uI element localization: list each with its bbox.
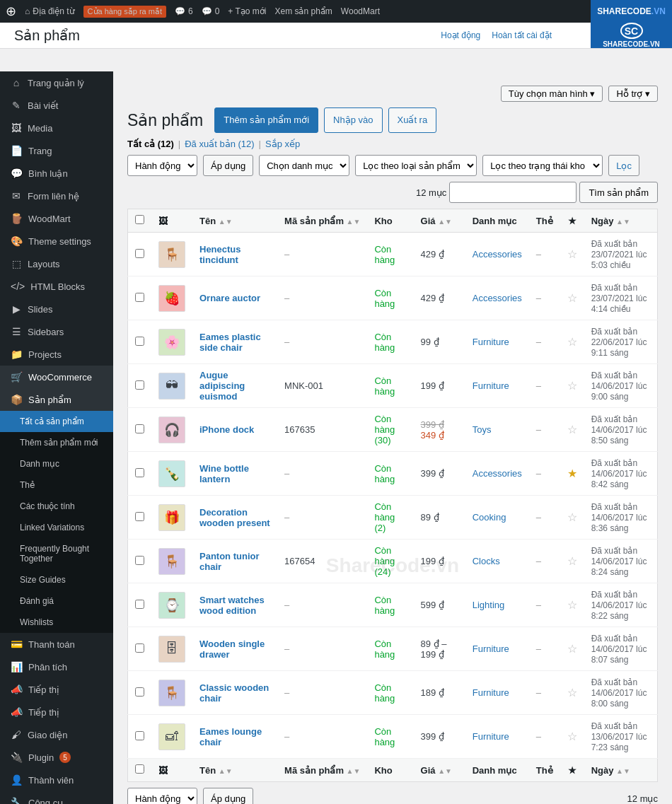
adminbar-site[interactable]: ⌂ Địa điện từ <box>25 6 75 16</box>
product-name-link[interactable]: Wine bottle lantern <box>199 463 249 484</box>
bulk-apply-button[interactable]: Áp dụng <box>203 155 253 176</box>
screen-options-button[interactable]: Tùy chọn màn hình ▾ <box>501 86 603 102</box>
subsubsub-all[interactable]: Tất cả (12) <box>127 139 174 149</box>
subsubsub-published-link[interactable]: Đã xuất bản (12) <box>185 139 254 149</box>
product-name-link[interactable]: Ornare auctor <box>199 293 260 303</box>
category-filter-select[interactable]: Chọn danh mục <box>259 155 349 176</box>
product-category-link[interactable]: Cooking <box>473 512 506 523</box>
star-icon[interactable]: ★ <box>567 467 577 479</box>
row-checkbox[interactable] <box>135 512 144 521</box>
adminbar-messages[interactable]: 💬 0 <box>202 6 220 16</box>
product-name-link[interactable]: Decoration wooden present <box>199 507 270 528</box>
sidebar-item-media[interactable]: 🖼 Media <box>0 117 113 139</box>
submenu-linked-variations[interactable]: Linked Variations <box>0 517 113 538</box>
star-outline-icon[interactable]: ☆ <box>567 687 577 699</box>
export-button[interactable]: Xuất ra <box>388 107 437 133</box>
col-foot-name[interactable]: Tên ▲▼ <box>192 759 277 782</box>
sidebar-item-tiep-thi-2[interactable]: 📣 Tiếp thị <box>0 701 113 723</box>
adminbar-site-label[interactable]: Cửa hàng sắp ra mắt <box>83 6 166 18</box>
bulk-action-select[interactable]: Hành động <box>127 155 197 176</box>
sidebar-item-binh-luan[interactable]: 💬 Bình luận <box>0 162 113 185</box>
submenu-cac-thuoc-tinh[interactable]: Các thuộc tính <box>0 496 113 517</box>
product-category-link[interactable]: Lighting <box>473 600 505 610</box>
adminbar-view-product[interactable]: Xem sản phẩm <box>274 6 332 16</box>
adminbar-comments[interactable]: 💬 6 <box>175 6 193 16</box>
sidebar-item-bai-viet[interactable]: ✎ Bài viết <box>0 94 113 117</box>
col-foot-sku[interactable]: Mã sản phẩm ▲▼ <box>277 759 367 782</box>
submenu-danh-gia[interactable]: Đánh giá <box>0 590 113 612</box>
sidebar-item-thanh-toan[interactable]: 💳 Thanh toán <box>0 633 113 656</box>
subsubsub-published[interactable]: Đã xuất bản (12) <box>185 139 254 149</box>
row-checkbox[interactable] <box>135 424 144 433</box>
star-outline-icon[interactable]: ☆ <box>567 511 577 523</box>
star-outline-icon[interactable]: ☆ <box>567 555 577 567</box>
sidebar-item-tiep-thi-1[interactable]: 📣 Tiếp thị <box>0 678 113 701</box>
bulk-action-bottom-select[interactable]: Hành động <box>127 788 197 804</box>
star-outline-icon[interactable]: ☆ <box>567 643 577 655</box>
submenu-the[interactable]: Thẻ <box>0 474 113 496</box>
star-outline-icon[interactable]: ☆ <box>567 292 577 304</box>
submenu-tat-ca-san-pham[interactable]: Tất cả sản phẩm <box>0 411 113 432</box>
product-name-link[interactable]: Eames plastic side chair <box>199 332 261 353</box>
select-all-footer-checkbox[interactable] <box>135 764 144 774</box>
bulk-apply-bottom-button[interactable]: Áp dụng <box>203 788 253 804</box>
star-outline-icon[interactable]: ☆ <box>567 424 577 436</box>
sidebar-item-projects[interactable]: 📁 Projects <box>0 343 113 366</box>
add-new-product-button[interactable]: Thêm sản phẩm mới <box>214 107 318 133</box>
product-name-link[interactable]: iPhone dock <box>199 424 254 435</box>
product-category-link[interactable]: Toys <box>473 424 492 435</box>
sidebar-item-layouts[interactable]: ⬚ Layouts <box>0 252 113 275</box>
adminbar-new[interactable]: + Tạo mới <box>228 6 266 16</box>
sidebar-item-woocommerce[interactable]: 🛒 WooCommerce <box>0 366 113 388</box>
help-button[interactable]: Hỗ trợ ▾ <box>608 86 658 102</box>
adminbar-woodmart[interactable]: WoodMart <box>341 6 380 16</box>
row-checkbox[interactable] <box>135 731 144 740</box>
submenu-them-san-pham-moi[interactable]: Thêm sản phẩm mới <box>0 432 113 453</box>
sidebar-item-phan-tich[interactable]: 📊 Phân tích <box>0 656 113 678</box>
row-checkbox[interactable] <box>135 600 144 609</box>
subsubsub-sort-link[interactable]: Sắp xếp <box>265 139 300 149</box>
row-checkbox[interactable] <box>135 468 144 477</box>
sidebar-item-html-blocks[interactable]: </> HTML Blocks <box>0 275 113 298</box>
sidebar-item-cong-cu[interactable]: 🔧 Công cụ <box>0 791 113 804</box>
sidebar-item-woodmart[interactable]: 🪵 WoodMart <box>0 207 113 230</box>
product-name-link[interactable]: Panton tunior chair <box>199 551 260 572</box>
subsubsub-all-link[interactable]: Tất cả (12) <box>127 139 174 149</box>
sidebar-item-form-lien-he[interactable]: ✉ Form liên hệ <box>0 185 113 207</box>
star-outline-icon[interactable]: ☆ <box>567 248 577 260</box>
product-category-link[interactable]: Accessories <box>473 249 522 260</box>
sidebar-item-sidebars[interactable]: ☰ Sidebars <box>0 320 113 343</box>
wp-logo-icon[interactable]: ⊕ <box>6 4 16 19</box>
star-outline-icon[interactable]: ☆ <box>567 599 577 611</box>
col-price[interactable]: Giá ▲▼ <box>414 209 465 233</box>
row-checkbox[interactable] <box>135 643 144 653</box>
sidebar-item-theme-settings[interactable]: 🎨 Theme settings <box>0 230 113 252</box>
star-outline-icon[interactable]: ☆ <box>567 380 577 392</box>
filter-button[interactable]: Lọc <box>608 155 639 176</box>
type-filter-select[interactable]: Lọc theo loại sản phẩm <box>355 155 477 176</box>
row-checkbox[interactable] <box>135 380 144 390</box>
sidebar-item-slides[interactable]: ▶ Slides <box>0 298 113 320</box>
search-input[interactable] <box>449 182 577 203</box>
col-date[interactable]: Ngày ▲▼ <box>584 209 658 233</box>
row-checkbox[interactable] <box>135 687 144 697</box>
submenu-danh-muc[interactable]: Danh mục <box>0 453 113 474</box>
product-category-link[interactable]: Furniture <box>473 337 509 347</box>
row-checkbox[interactable] <box>135 337 144 346</box>
import-button[interactable]: Nhập vào <box>324 107 382 133</box>
stock-filter-select[interactable]: Lọc theo trạng thái kho <box>482 155 603 176</box>
product-category-link[interactable]: Clocks <box>473 556 500 566</box>
sidebar-item-trang[interactable]: 📄 Trang <box>0 139 113 162</box>
col-foot-date[interactable]: Ngày ▲▼ <box>584 759 658 782</box>
col-name[interactable]: Tên ▲▼ <box>192 209 277 233</box>
submenu-wishlists[interactable]: Wishlists <box>0 612 113 633</box>
product-category-link[interactable]: Furniture <box>473 643 509 654</box>
subsubsub-sort[interactable]: Sắp xếp <box>265 139 300 149</box>
hoat-dong-link[interactable]: Hoạt động <box>441 30 480 40</box>
product-category-link[interactable]: Furniture <box>473 380 509 391</box>
row-checkbox[interactable] <box>135 249 144 258</box>
sidebar-item-giao-dien[interactable]: 🖌 Giao diện <box>0 723 113 746</box>
product-name-link[interactable]: Eames lounge chair <box>199 726 262 747</box>
product-name-link[interactable]: Wooden single drawer <box>199 639 265 660</box>
select-all-checkbox[interactable] <box>135 215 144 224</box>
